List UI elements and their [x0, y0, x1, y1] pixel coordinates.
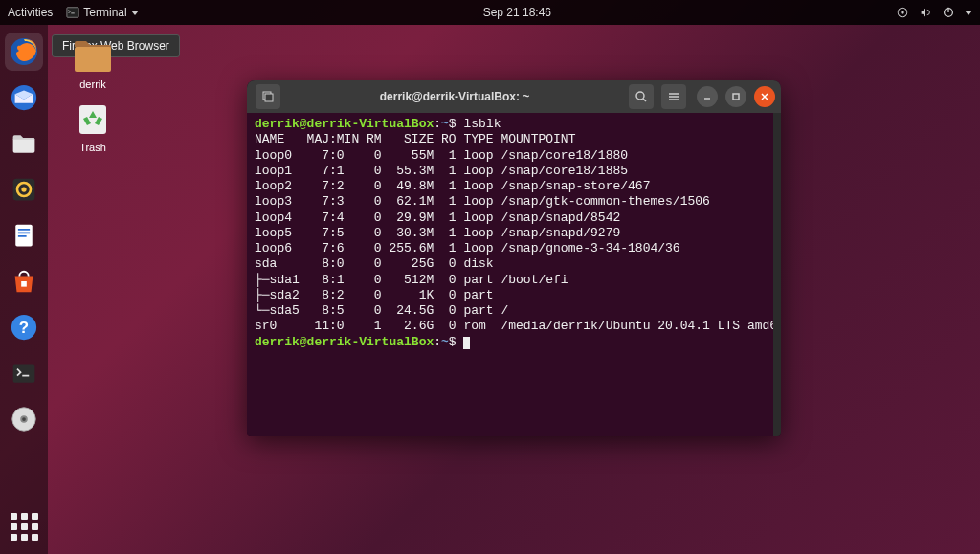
minimize-icon [702, 92, 712, 101]
new-tab-button[interactable] [256, 84, 280, 109]
cursor [463, 337, 470, 349]
network-icon[interactable] [896, 6, 909, 19]
svg-rect-23 [79, 105, 106, 134]
chevron-down-icon[interactable] [965, 11, 972, 15]
help-icon: ? [10, 313, 38, 342]
close-icon [760, 92, 769, 101]
folder-icon [11, 130, 37, 157]
svg-point-1 [901, 11, 904, 14]
hamburger-menu-button[interactable] [661, 84, 686, 109]
titlebar[interactable]: derrik@derrik-VirtualBox: ~ [247, 80, 781, 113]
svg-rect-12 [18, 233, 30, 234]
app-menu-label: Terminal [83, 6, 126, 19]
svg-line-27 [643, 99, 646, 101]
svg-rect-13 [18, 235, 27, 237]
minimize-button[interactable] [697, 86, 718, 107]
home-folder-icon[interactable]: derrik [57, 34, 128, 90]
disc-icon [10, 405, 38, 433]
new-tab-icon [261, 90, 275, 103]
dock-disc[interactable] [5, 400, 43, 438]
svg-point-26 [636, 92, 644, 100]
music-icon [11, 176, 37, 203]
svg-rect-14 [21, 281, 27, 287]
svg-rect-25 [265, 94, 273, 101]
shopping-bag-icon [10, 267, 38, 296]
dock-software[interactable] [5, 262, 43, 300]
svg-rect-6 [13, 138, 35, 153]
volume-icon[interactable] [919, 6, 932, 19]
svg-rect-32 [733, 94, 739, 100]
svg-rect-11 [18, 229, 30, 231]
svg-point-21 [22, 417, 26, 421]
recycle-icon [74, 100, 112, 138]
dock-firefox[interactable] [5, 33, 43, 71]
maximize-icon [731, 92, 741, 101]
power-icon[interactable] [942, 6, 955, 19]
window-title: derrik@derrik-VirtualBox: ~ [283, 90, 626, 103]
clock[interactable]: Sep 21 18:46 [139, 6, 896, 19]
svg-rect-17 [13, 364, 35, 382]
desktop-icons: derrik Trash [57, 34, 128, 153]
thunderbird-icon [10, 83, 38, 112]
dock: ? [0, 25, 48, 554]
trash-icon[interactable]: Trash [57, 98, 128, 153]
svg-rect-22 [75, 47, 111, 72]
close-button[interactable] [754, 86, 775, 107]
terminal-icon [11, 360, 37, 387]
dock-terminal[interactable] [5, 354, 43, 392]
search-icon [635, 90, 648, 103]
dock-rhythmbox[interactable] [5, 170, 43, 209]
folder-icon [73, 37, 113, 74]
firefox-icon [9, 36, 39, 67]
trash-label: Trash [57, 142, 128, 153]
terminal-window: derrik@derrik-VirtualBox: ~ derrik@derri… [247, 80, 781, 436]
terminal-output[interactable]: derrik@derrik-VirtualBox:~$ lsblk NAME M… [247, 113, 781, 436]
top-bar: Activities Terminal Sep 21 18:46 [0, 0, 980, 25]
dock-thunderbird[interactable] [5, 78, 43, 117]
search-button[interactable] [629, 84, 654, 109]
document-icon [11, 222, 37, 249]
svg-point-9 [21, 187, 26, 191]
app-menu[interactable]: Terminal [66, 6, 138, 19]
home-folder-label: derrik [57, 78, 128, 90]
dock-files[interactable] [5, 124, 43, 163]
dock-help[interactable]: ? [5, 308, 43, 346]
terminal-icon [66, 6, 79, 19]
svg-rect-0 [67, 8, 78, 18]
svg-text:?: ? [19, 319, 29, 337]
hamburger-icon [667, 90, 680, 103]
chevron-down-icon [131, 11, 139, 15]
show-applications-button[interactable] [8, 510, 40, 543]
maximize-button[interactable] [725, 86, 746, 107]
dock-libreoffice[interactable] [5, 216, 43, 255]
activities-button[interactable]: Activities [8, 6, 53, 19]
